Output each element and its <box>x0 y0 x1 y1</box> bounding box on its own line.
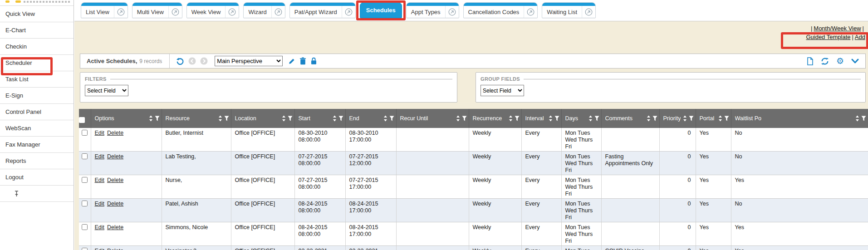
row-checkbox[interactable] <box>82 224 88 230</box>
tab-waiting-list[interactable]: Waiting List <box>542 2 596 18</box>
sidebar-item-e-chart[interactable]: E-Chart <box>0 22 74 39</box>
column-header-waitlist-po[interactable]: Waitlist Po <box>731 109 868 128</box>
sort-icon[interactable] <box>718 115 722 122</box>
delete-link[interactable]: Delete <box>107 224 123 230</box>
popout-icon[interactable] <box>582 6 595 18</box>
next-icon[interactable] <box>200 57 208 65</box>
sort-icon[interactable] <box>588 115 593 122</box>
refresh-icon[interactable] <box>821 57 829 65</box>
column-header-comments[interactable]: Comments <box>601 109 659 128</box>
sidebar-item-scheduler[interactable]: Scheduler <box>0 55 74 71</box>
filter-funnel-icon[interactable] <box>155 116 160 121</box>
sidebar-item-webscan[interactable]: WebScan <box>0 120 74 137</box>
tab-wizard[interactable]: Wizard <box>243 2 285 18</box>
edit-link[interactable]: Edit <box>95 130 105 136</box>
column-header-days[interactable]: Days <box>561 109 601 128</box>
sidebar-item-reports[interactable]: Reports <box>0 153 74 169</box>
select-all-checkbox[interactable] <box>79 117 85 123</box>
perspective-select[interactable]: Main Perspective <box>215 56 283 66</box>
tab-list-view[interactable]: List View <box>81 2 128 18</box>
delete-link[interactable]: Delete <box>107 177 123 183</box>
guided-template-link[interactable]: Guided Template <box>806 34 850 40</box>
delete-link[interactable]: Delete <box>107 153 123 160</box>
popout-icon[interactable] <box>524 6 537 18</box>
tab-multi-view[interactable]: Multi View <box>132 2 182 18</box>
sidebar-item-quick-view[interactable]: Quick View <box>0 6 74 22</box>
filter-funnel-icon[interactable] <box>224 116 229 121</box>
popout-icon[interactable] <box>225 6 239 18</box>
filter-funnel-icon[interactable] <box>724 116 729 121</box>
sort-icon[interactable] <box>333 115 337 122</box>
filter-funnel-icon[interactable] <box>288 116 293 121</box>
row-checkbox[interactable] <box>82 248 88 250</box>
new-record-icon[interactable] <box>806 57 814 65</box>
sort-icon[interactable] <box>282 115 286 122</box>
delete-link[interactable]: Delete <box>107 248 123 250</box>
filters-field-select[interactable]: Select Field <box>85 85 128 96</box>
filter-funnel-icon[interactable] <box>689 116 694 121</box>
filter-funnel-icon[interactable] <box>515 116 520 121</box>
edit-link[interactable]: Edit <box>95 153 105 160</box>
sort-icon[interactable] <box>218 115 222 122</box>
delete-link[interactable]: Delete <box>107 201 123 207</box>
gear-icon[interactable]: ⚙ <box>836 57 844 65</box>
add-link[interactable]: Add <box>855 34 865 40</box>
delete-trash-icon[interactable] <box>299 57 306 65</box>
sidebar-item-fax-manager[interactable]: Fax Manager <box>0 137 74 153</box>
filter-funnel-icon[interactable] <box>338 116 343 121</box>
popout-icon[interactable] <box>342 6 355 18</box>
column-header-resource[interactable]: Resource <box>162 109 231 128</box>
delete-link[interactable]: Delete <box>107 130 123 136</box>
column-header-recurrence[interactable]: Recurrence <box>469 109 521 128</box>
popout-icon[interactable] <box>168 6 182 18</box>
filter-funnel-icon[interactable] <box>389 116 394 121</box>
column-header-recur-until[interactable]: Recur Until <box>396 109 469 128</box>
sort-icon[interactable] <box>683 115 687 122</box>
column-header-start[interactable]: Start <box>294 109 345 128</box>
undo-icon[interactable] <box>176 57 184 65</box>
column-header-options[interactable]: Options <box>91 109 162 128</box>
edit-link[interactable]: Edit <box>95 201 105 207</box>
filter-funnel-icon[interactable] <box>861 116 866 121</box>
filter-funnel-icon[interactable] <box>554 116 559 121</box>
row-checkbox[interactable] <box>82 177 88 183</box>
previous-icon[interactable] <box>188 57 196 65</box>
lock-icon[interactable] <box>310 57 317 65</box>
sidebar-item-e-sign[interactable]: E-Sign <box>0 88 74 104</box>
edit-link[interactable]: Edit <box>95 248 105 250</box>
sort-icon[interactable] <box>549 115 553 122</box>
filter-funnel-icon[interactable] <box>462 116 467 121</box>
column-header-end[interactable]: End <box>345 109 396 128</box>
row-checkbox[interactable] <box>82 201 88 206</box>
sort-icon[interactable] <box>855 115 859 122</box>
month-week-view-link[interactable]: Month/Week View <box>814 25 861 32</box>
row-checkbox[interactable] <box>82 153 88 159</box>
column-header-portal[interactable]: Portal <box>696 109 731 128</box>
sort-icon[interactable] <box>383 115 387 122</box>
sidebar-item-control-panel[interactable]: Control Panel <box>0 104 74 120</box>
tab-appt-types[interactable]: Appt Types <box>406 2 459 18</box>
tab-schedules[interactable]: Schedules <box>360 2 402 18</box>
chevron-down-icon[interactable] <box>851 59 859 64</box>
column-header-interval[interactable]: Interval <box>521 109 561 128</box>
sort-icon[interactable] <box>456 115 460 122</box>
tab-week-view[interactable]: Week View <box>186 2 240 18</box>
group-field-select[interactable]: Select Field <box>481 85 524 96</box>
edit-link[interactable]: Edit <box>95 224 105 230</box>
sort-icon[interactable] <box>509 115 513 122</box>
sidebar-item-logout[interactable]: Logout <box>0 169 74 186</box>
tab-pat-appt-wizard[interactable]: Pat/Appt Wizard <box>289 2 356 18</box>
popout-icon[interactable] <box>445 6 459 18</box>
tab-cancellation-codes[interactable]: Cancellation Codes <box>463 2 538 18</box>
column-header-location[interactable]: Location <box>231 109 294 128</box>
popout-icon[interactable] <box>271 6 285 18</box>
row-checkbox[interactable] <box>82 130 88 136</box>
sidebar-item-checkin[interactable]: Checkin <box>0 39 74 55</box>
popout-icon[interactable] <box>114 6 128 18</box>
filter-funnel-icon[interactable] <box>594 116 599 121</box>
sidebar-item-task-list[interactable]: Task List <box>0 71 74 88</box>
column-header-priority[interactable]: Priority <box>659 109 696 128</box>
sort-icon[interactable] <box>149 115 153 122</box>
filter-funnel-icon[interactable] <box>652 116 657 121</box>
edit-link[interactable]: Edit <box>95 177 105 183</box>
